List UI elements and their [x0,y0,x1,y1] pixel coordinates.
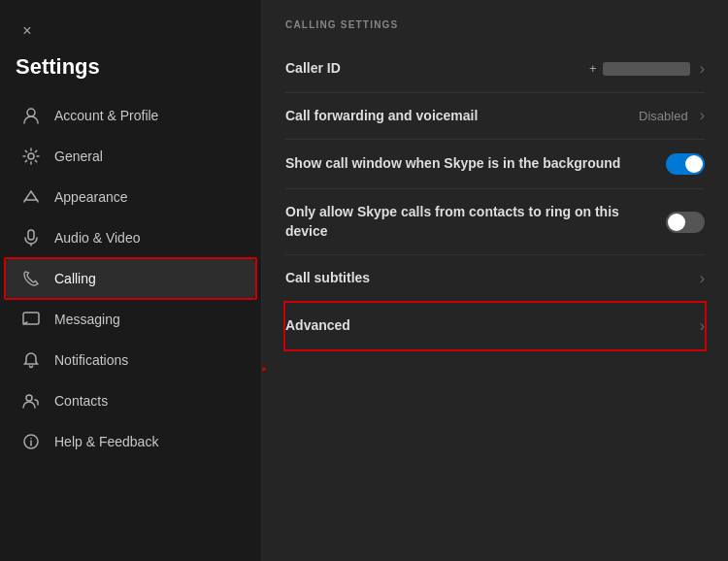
call-forwarding-value: Disabled [639,109,688,123]
only-allow-skype-right [666,212,705,233]
call-forwarding-label-area: Call forwarding and voicemail [285,107,639,126]
svg-rect-2 [28,230,34,240]
call-forwarding-right: Disabled › [639,107,705,124]
caller-id-chevron: › [700,60,705,78]
sidebar-item-audio-video[interactable]: Audio & Video [6,218,255,257]
sidebar-item-notifications-label: Notifications [54,352,128,368]
sidebar-item-contacts-label: Contacts [54,393,108,409]
advanced-label-area: Advanced [285,316,700,336]
sidebar-item-calling[interactable]: Calling [6,259,255,298]
gear-icon [21,147,41,166]
close-button[interactable]: × [16,19,39,43]
sidebar-item-contacts[interactable]: Contacts [6,381,255,420]
sidebar-item-notifications[interactable]: Notifications [6,341,255,380]
caller-id-row[interactable]: Caller ID + › [285,46,705,93]
svg-point-5 [26,395,32,401]
svg-point-0 [27,109,35,116]
show-call-window-label: Show call window when Skype is in the ba… [285,155,620,171]
advanced-right: › [700,317,705,335]
svg-point-8 [30,438,32,440]
caller-id-right: + › [589,60,705,78]
sidebar-item-messaging[interactable]: Messaging [6,300,255,339]
caller-id-value [603,62,690,76]
sidebar-close-area: × [0,10,261,47]
show-call-window-label-area: Show call window when Skype is in the ba… [285,154,666,174]
only-allow-skype-label-area: Only allow Skype calls from contacts to … [285,203,666,241]
sidebar-item-appearance[interactable]: Appearance [6,178,255,216]
caller-id-label-area: Caller ID [285,59,589,79]
message-icon [21,310,41,329]
caller-id-plus: + [589,61,597,76]
sidebar-item-account-label: Account & Profile [54,108,158,123]
settings-title: Settings [0,47,261,95]
bell-icon [21,350,41,370]
show-call-window-row[interactable]: Show call window when Skype is in the ba… [285,140,705,189]
sidebar-item-general-label: General [54,148,103,164]
sidebar-item-audio-video-label: Audio & Video [54,230,140,246]
sidebar-item-messaging-label: Messaging [54,312,120,327]
contacts-icon [21,391,41,411]
toggle-knob [685,155,703,173]
call-forwarding-chevron: › [700,107,705,124]
main-content: CALLING SETTINGS Caller ID + › Call forw… [262,0,728,561]
appearance-icon [21,187,41,207]
account-icon [21,106,41,125]
info-icon [21,432,41,451]
call-subtitles-label: Call subtitles [285,270,370,285]
sidebar-item-appearance-label: Appearance [54,189,128,205]
mic-icon [21,228,41,248]
svg-point-1 [28,153,34,159]
advanced-row[interactable]: Advanced › [285,303,705,349]
only-allow-skype-label: Only allow Skype calls from contacts to … [285,204,619,239]
only-allow-skype-row[interactable]: Only allow Skype calls from contacts to … [285,189,705,255]
call-subtitles-row[interactable]: Call subtitles › [285,255,705,303]
arrow-annotation [262,330,285,408]
sidebar: × Settings Account & Profile General Ap [0,0,262,561]
call-subtitles-label-area: Call subtitles [285,269,700,288]
call-subtitles-chevron: › [700,270,705,287]
advanced-label: Advanced [285,317,350,333]
show-call-window-right [666,153,705,175]
call-forwarding-label: Call forwarding and voicemail [285,108,478,123]
call-forwarding-row[interactable]: Call forwarding and voicemail Disabled › [285,93,705,141]
phone-icon [21,269,41,288]
advanced-chevron: › [700,317,705,335]
caller-id-label: Caller ID [285,60,341,76]
show-call-window-toggle[interactable] [666,153,705,175]
sidebar-item-account[interactable]: Account & Profile [6,96,255,135]
sidebar-item-calling-label: Calling [54,271,96,286]
section-title: CALLING SETTINGS [285,19,705,30]
toggle-knob-2 [668,214,685,231]
sidebar-item-help-label: Help & Feedback [54,434,158,449]
call-subtitles-right: › [700,270,705,287]
only-allow-skype-toggle[interactable] [666,212,705,233]
sidebar-item-general[interactable]: General [6,137,255,176]
sidebar-item-help[interactable]: Help & Feedback [6,422,255,461]
